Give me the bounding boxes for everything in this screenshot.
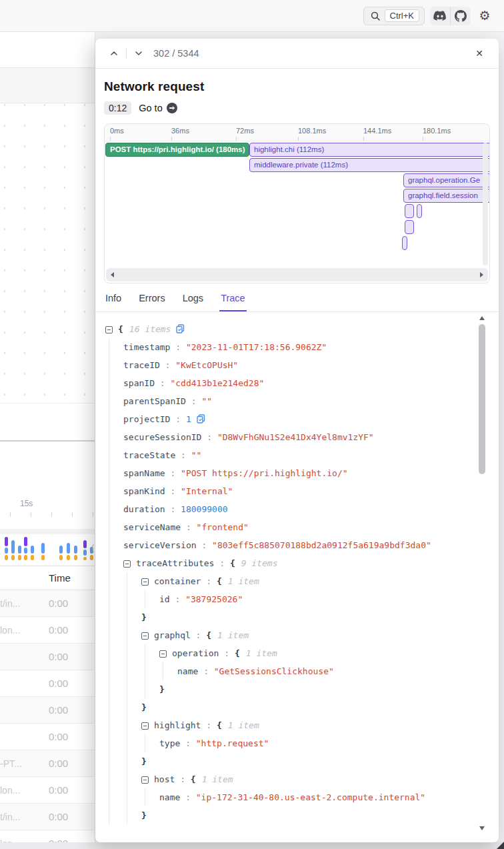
goto-link[interactable]: Go to [139,103,177,113]
scrollbar-thumb[interactable] [479,324,485,474]
collapse-toggle-icon[interactable] [123,560,131,568]
row-time: 0:00 [49,758,68,769]
trace-json-tree: {16 itemstimestamp : "2023-11-01T17:18:5… [104,312,490,837]
tree-line: container : {1 item [141,572,259,590]
trace-span[interactable]: POST https://pri.highlight.io/ (180ms) [105,143,249,157]
axis-tick-mark [171,137,172,141]
tree-line: spanID : "cdd413b1e214ed28" [123,374,264,392]
histogram-bar-segment [83,557,87,560]
tree-line: operation : {1 item [159,644,277,662]
table-row[interactable]: t/in...0:00 [0,804,95,830]
row-time: 0:00 [49,598,68,609]
page-bottom-strip [0,842,504,849]
copy-icon[interactable] [176,324,185,333]
trace-span[interactable] [405,220,414,234]
trace-span[interactable] [405,204,414,218]
row-time: 0:00 [49,651,68,662]
collapse-toggle-icon[interactable] [141,722,149,730]
collapse-toggle-icon[interactable] [141,776,149,784]
indent-guide [145,734,145,752]
flame-time-axis: 0ms36ms72ms108.1ms144.1ms180.1ms [105,124,489,141]
tree-line: timestamp : "2023-11-01T17:18:56.9062Z" [123,338,327,356]
tab-trace[interactable]: Trace [221,293,245,311]
background-events-table: Time t/in...0:00lon...0:000:000:000:000:… [0,566,95,849]
flame-graph: 0ms36ms72ms108.1ms144.1ms180.1ms POST ht… [104,123,490,283]
table-row[interactable]: 0:00 [0,724,95,750]
trace-span[interactable]: graphql.field.session [403,189,490,203]
flame-horizontal-scrollbar[interactable] [106,268,488,281]
background-timeline-chart: 15s [0,443,95,566]
row-label: lon... [0,625,41,636]
collapse-toggle-icon[interactable] [159,650,167,658]
tree-line: } [141,806,147,824]
tree-line: } [159,680,165,698]
trace-span[interactable]: middleware.private (112ms) [249,158,490,172]
histogram-bar-segment [5,537,8,546]
tree-line: } [141,698,147,716]
copy-icon[interactable] [197,414,205,423]
tab-logs[interactable]: Logs [183,293,203,311]
next-request-button[interactable] [132,47,145,60]
indent-guide [145,644,145,698]
histogram-bar-segment [74,555,77,560]
histogram-bar-segment [24,548,27,554]
histogram-bar-segment [11,540,15,554]
tab-info[interactable]: Info [105,293,121,311]
trace-span[interactable]: highlight.chi (112ms) [249,143,490,157]
trace-span[interactable] [417,204,422,218]
histogram-bar-segment [11,555,15,560]
histogram-bar-segment [67,543,70,554]
row-time: 0:00 [49,678,68,689]
indent-guide [145,788,145,806]
trace-span[interactable]: graphql.operation.Ge [403,173,490,187]
table-row[interactable]: lon...0:00 [0,617,95,644]
flame-vertical-scrollbar[interactable] [483,143,488,265]
histogram-bar-segment [31,555,34,560]
row-time: 0:00 [49,784,68,796]
scroll-up-icon[interactable] [479,316,485,320]
settings-button[interactable] [476,7,493,25]
table-row[interactable]: 0:00 [0,670,95,697]
histogram-bar-segment [59,546,63,554]
github-button[interactable] [451,7,471,25]
time-column-header: Time [49,572,71,584]
discord-button[interactable] [430,7,450,25]
axis-tick-mark [423,137,423,141]
meta-row: 0:12 Go to [104,101,490,115]
row-label: t/in... [0,812,41,822]
table-row[interactable]: -PT...0:00 [0,750,95,777]
histogram-bar-segment [41,543,45,554]
table-body: t/in...0:00lon...0:000:000:000:000:00-PT… [0,590,95,849]
cursor-artifact [497,842,504,849]
scroll-down-icon[interactable] [479,826,485,830]
table-row[interactable]: t/in...0:00 [0,590,95,617]
search-button[interactable]: Ctrl+K [363,7,425,25]
scroll-left-icon[interactable] [111,272,114,277]
table-row[interactable]: lon...0:00 [0,777,95,804]
tree-line: {16 items [105,320,185,338]
table-row[interactable]: 0:00 [0,697,95,724]
trace-span[interactable] [402,236,407,250]
community-links [430,7,471,25]
collapse-toggle-icon[interactable] [105,326,113,333]
indent-guide [109,338,109,824]
tree-scrollbar[interactable] [479,312,486,834]
background-session-page: 15s ( Time t/in...0:00lon...0:000:000:00… [0,32,95,842]
arrow-circle-right-icon [167,103,177,113]
table-row[interactable]: 0:00 [0,644,95,670]
close-button[interactable] [472,46,487,61]
previous-request-button[interactable] [107,47,121,60]
tree-line: spanKind : "Internal" [123,482,233,500]
axis-tick-label: 72ms [236,127,254,135]
table-header-row: Time [0,566,95,590]
tab-errors[interactable]: Errors [139,293,165,311]
chevron-down-icon [135,49,143,57]
scroll-right-icon[interactable] [480,272,483,277]
collapse-toggle-icon[interactable] [141,578,149,586]
tree-line: spanName : "POST https://pri.highlight.i… [123,464,348,482]
background-subheader-row [0,68,95,103]
axis-tick-label: 180.1ms [423,127,451,135]
tree-line: id : "387925026" [159,590,243,608]
collapse-toggle-icon[interactable] [141,632,149,640]
mini-axis-tick [51,512,52,517]
